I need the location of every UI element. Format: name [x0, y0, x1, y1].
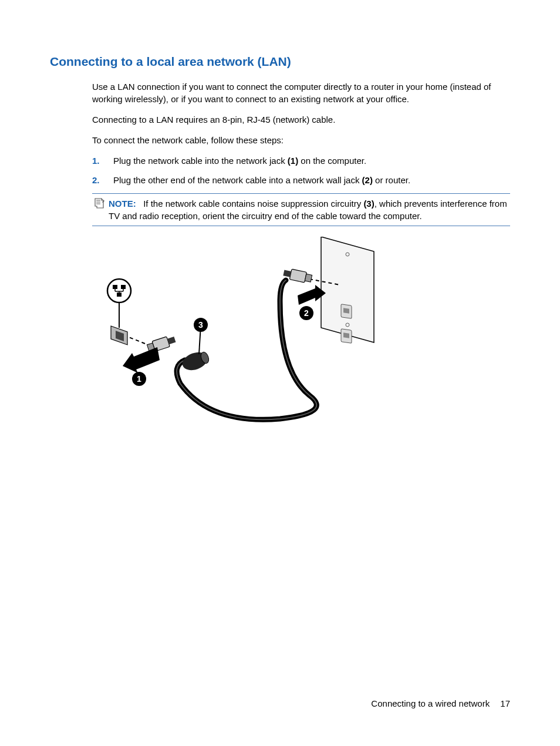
network-icon: [107, 279, 131, 328]
step-number: 2.: [92, 174, 100, 186]
callout-2: 2: [299, 306, 313, 320]
note-box: NOTE: If the network cable contains nois…: [92, 193, 510, 226]
callout-1: 1: [132, 372, 146, 386]
svg-rect-7: [289, 269, 306, 283]
section-heading: Connecting to a local area network (LAN): [50, 53, 510, 70]
step-text-after: or router.: [373, 175, 410, 185]
noise-suppression-circuitry: [180, 350, 211, 374]
lan-connection-diagram: 2 3: [104, 237, 397, 436]
note-content: NOTE: If the network cable contains nois…: [109, 197, 510, 222]
svg-text:3: 3: [198, 320, 203, 330]
step-callout: (1): [288, 156, 298, 166]
requirement-paragraph: Connecting to a LAN requires an 8-pin, R…: [92, 113, 510, 126]
step-text-before: Plug the network cable into the network …: [113, 156, 288, 166]
steps-intro-paragraph: To connect the network cable, follow the…: [92, 134, 510, 146]
note-label: NOTE:: [109, 199, 136, 209]
note-text-before: If the network cable contains noise supp…: [143, 199, 363, 209]
network-cable: [177, 280, 316, 419]
footer-page-number: 17: [500, 698, 510, 708]
svg-rect-25: [117, 293, 122, 297]
svg-text:2: 2: [304, 308, 309, 318]
computer-network-jack: [111, 326, 127, 345]
intro-paragraph: Use a LAN connection if you want to conn…: [92, 80, 510, 105]
callout-3: 3: [194, 318, 208, 354]
arrow-computer: [123, 347, 160, 373]
step-2: 2. Plug the other end of the network cab…: [92, 174, 510, 186]
svg-rect-3: [343, 308, 349, 314]
svg-rect-9: [283, 270, 291, 277]
svg-rect-8: [305, 274, 312, 283]
step-number: 1.: [92, 154, 100, 167]
step-1: 1. Plug the network cable into the netwo…: [92, 154, 510, 167]
step-text-after: on the computer.: [298, 156, 366, 166]
svg-rect-5: [343, 333, 349, 338]
svg-point-22: [107, 279, 131, 303]
svg-rect-24: [121, 285, 126, 289]
page-footer: Connecting to a wired network 17: [371, 697, 510, 710]
steps-list: 1. Plug the network cable into the netwo…: [92, 154, 510, 186]
note-callout: (3): [363, 199, 374, 209]
step-text-before: Plug the other end of the network cable …: [113, 175, 362, 185]
note-icon: [93, 197, 105, 209]
svg-text:1: 1: [137, 374, 141, 384]
svg-rect-23: [113, 285, 117, 289]
body-content: Use a LAN connection if you want to conn…: [92, 80, 510, 436]
step-callout: (2): [362, 175, 373, 185]
footer-section-title: Connecting to a wired network: [371, 698, 490, 708]
wall-plate: [321, 237, 374, 343]
